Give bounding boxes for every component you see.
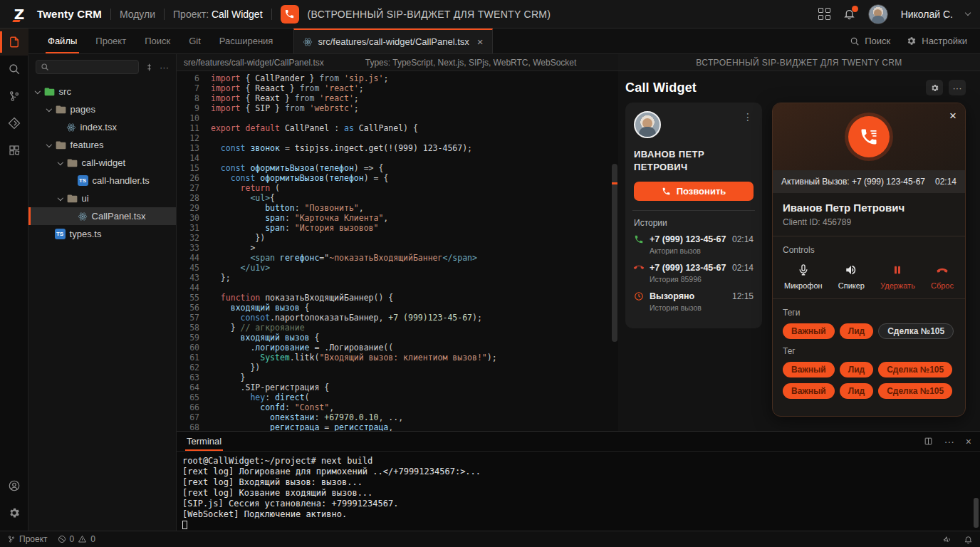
filter-sort-icon[interactable] <box>145 63 154 72</box>
code-line: 67 опекstани: +67970.0.10, .., <box>177 412 618 422</box>
code-text: button: "Позвонить", <box>211 203 364 213</box>
contact-menu-icon[interactable]: ⋮ <box>743 111 754 123</box>
notifications-bell-icon[interactable] <box>843 8 855 20</box>
split-panel-icon[interactable] <box>924 437 933 446</box>
tree-item-label: features <box>71 140 104 150</box>
account-icon[interactable] <box>0 472 28 499</box>
settings-gear-icon[interactable] <box>0 499 28 526</box>
chevron-down-icon[interactable] <box>58 195 63 201</box>
tree-item-types.ts[interactable]: TStypes.ts <box>28 225 176 243</box>
tree-item-ui[interactable]: ui <box>28 189 176 207</box>
control-mic[interactable]: Микрофон <box>784 264 823 290</box>
terminal-output[interactable]: root@CallWidget:~/project# next build[re… <box>177 452 980 535</box>
line-number: 30 <box>177 213 199 223</box>
bell-icon[interactable] <box>964 535 973 544</box>
tag-pill: Лид <box>840 362 873 377</box>
control-pause[interactable]: Удержать <box>880 264 915 290</box>
code-editor[interactable]: sre/features/call-widget/CallPanel.tsx T… <box>177 54 618 431</box>
code-area: 6import { CallPander } from 'sip.js';7im… <box>177 71 618 432</box>
explorer-search-input[interactable] <box>36 60 139 74</box>
tab-Файлы[interactable]: Файлы <box>40 28 85 53</box>
activity-extensions-icon[interactable] <box>0 137 28 164</box>
code-line: 8import { Reaxt } from 'react'; <box>177 93 618 103</box>
panel-more-icon[interactable]: ··· <box>949 80 966 95</box>
activity-bar <box>0 28 28 531</box>
history-number: +7 (999) 123-45-67 <box>650 234 726 244</box>
nav-project[interactable]: Проект: Call Widget <box>173 9 263 20</box>
twenty-logo-icon[interactable]: Z <box>10 5 28 24</box>
line-number: 60 <box>177 343 199 353</box>
git-branch-status[interactable]: Проект <box>7 534 48 544</box>
nav-modules[interactable]: Модули <box>120 9 155 20</box>
panel-gear-icon[interactable] <box>926 80 943 95</box>
notification-dot <box>852 6 858 12</box>
tab-Расширения[interactable]: Расширения <box>212 28 281 53</box>
tab-Проект[interactable]: Проект <box>88 28 134 53</box>
close-call-icon[interactable]: × <box>949 109 956 123</box>
history-item[interactable]: ВызоряноИстория вызов12:15 <box>634 291 754 312</box>
feedback-icon[interactable] <box>942 535 952 544</box>
scrollbar-thumb[interactable] <box>612 164 617 342</box>
line-number: 64 <box>177 382 199 392</box>
breadcrumb-types: Types: TypeScript, Next.js, SIPjs, WebRT… <box>365 58 577 68</box>
chevron-down-icon[interactable] <box>58 160 63 165</box>
breadcrumb: sre/features/call-widget/CallPanel.tsx T… <box>177 54 618 71</box>
control-speaker[interactable]: Спикер <box>838 264 865 290</box>
code-text: consot.naportoпоказатьБаннер, +7 (999)12… <box>211 313 482 323</box>
chevron-down-icon[interactable] <box>35 88 41 94</box>
activity-search-icon[interactable] <box>0 56 28 83</box>
tag-pill: Важный <box>783 323 835 339</box>
code-text: </u1v> <box>211 263 270 273</box>
history-item[interactable]: +7 (999) 123-45-67Акторип вызов02:14 <box>634 234 754 255</box>
control-hangup[interactable]: Сброс <box>931 264 954 290</box>
chevron-down-icon[interactable] <box>46 142 52 147</box>
divider <box>773 236 965 236</box>
tab-Поиск[interactable]: Поиск <box>137 28 178 53</box>
controls-label: Controls <box>783 245 955 255</box>
code-line: 65 hey: direct( <box>177 392 618 402</box>
tree-item-pages[interactable]: pages <box>28 100 176 118</box>
terminal-scrollbar[interactable] <box>974 498 979 528</box>
activity-git-icon[interactable] <box>0 83 28 110</box>
phone-incoming-icon <box>634 234 644 244</box>
tree-item-label: types.ts <box>70 229 102 239</box>
contact-card: ⋮ ИВАНОВ ПЕТР ПЕТРОВИЧ Позвонить Истории… <box>625 103 762 328</box>
editor-tab[interactable]: src/features/call-widget/CallPanel.tsx × <box>293 28 492 53</box>
terminal-cursor <box>182 521 187 529</box>
code-line: 10 <box>177 113 618 123</box>
call-button[interactable]: Позвонить <box>634 182 754 201</box>
user-name[interactable]: Николай С. <box>901 9 953 20</box>
terminal-tab[interactable]: Terminal <box>185 432 223 450</box>
preview-panel: ВСТРОЕННЫЙ SIP-ВИДЖЕТ ДЛЯ TWENTY CRM Cal… <box>618 54 980 431</box>
apps-grid-icon[interactable] <box>818 8 830 20</box>
tree-item-features[interactable]: features <box>28 136 176 154</box>
chevron-down-icon[interactable] <box>46 106 52 112</box>
history-list: +7 (999) 123-45-67Акторип вызов02:14+7 (… <box>634 234 754 312</box>
tab-Git[interactable]: Git <box>181 28 209 53</box>
history-item[interactable]: +7 (999) 123-45-67История 8599602:14 <box>634 263 754 283</box>
search-action[interactable]: Поиск <box>850 36 890 46</box>
folder-icon <box>67 158 78 167</box>
tree-item-index.tsx[interactable]: index.tsx <box>28 118 176 136</box>
activity-source-icon[interactable] <box>0 110 28 137</box>
phone-icon[interactable] <box>281 5 299 24</box>
problems-status[interactable]: 0 0 <box>58 534 95 544</box>
tree-item-call-widget[interactable]: call-widget <box>28 154 176 172</box>
terminal-close-icon[interactable]: × <box>966 436 971 447</box>
code-text: span: "История вызовов" <box>211 223 378 233</box>
more-actions-icon[interactable]: ··· <box>160 62 169 73</box>
tree-item-CallPanel.tsx[interactable]: CallPanel.tsx <box>28 207 176 225</box>
activity-files-icon[interactable] <box>0 28 28 56</box>
tree-item-label: pages <box>71 104 95 115</box>
user-avatar[interactable] <box>868 4 888 24</box>
terminal-more-icon[interactable]: ··· <box>944 436 954 447</box>
editor-scrollbar[interactable] <box>611 73 617 429</box>
close-tab-icon[interactable]: × <box>477 36 484 48</box>
settings-action[interactable]: Настройки <box>906 36 967 46</box>
tree-item-call-handler.ts[interactable]: TScall-handler.ts <box>28 172 176 189</box>
chevron-down-icon[interactable] <box>965 10 971 16</box>
code-line: 33 > <box>177 243 618 253</box>
code-text: } <box>211 373 245 382</box>
tree-item-src[interactable]: src <box>28 83 176 100</box>
code-line: 12 <box>177 133 618 143</box>
